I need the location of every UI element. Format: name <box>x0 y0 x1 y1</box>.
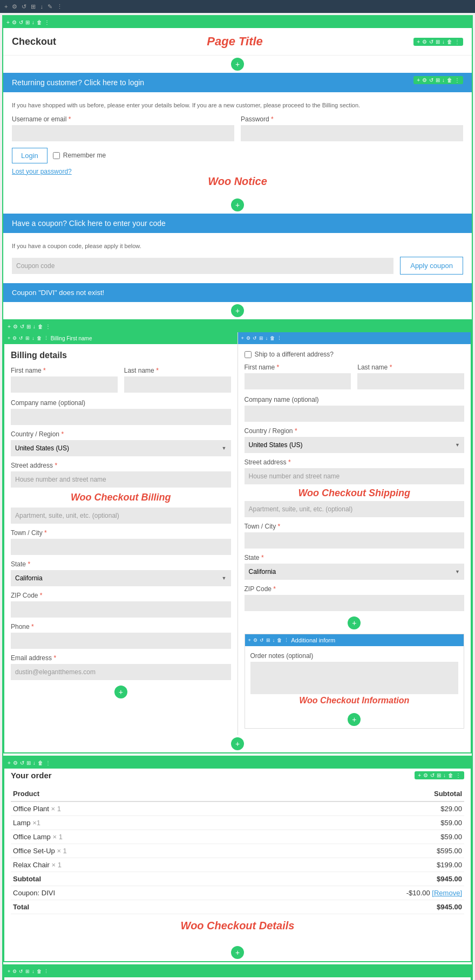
sct-gear[interactable]: ⚙ <box>246 335 250 341</box>
bct-plus[interactable]: + <box>8 335 10 341</box>
order-add-btn[interactable]: + <box>231 946 244 959</box>
rct-grid[interactable]: ⊞ <box>436 77 440 83</box>
st-down[interactable]: ↓ <box>32 19 35 25</box>
billing-firstname-input[interactable] <box>11 376 118 393</box>
ost-refresh[interactable]: ↺ <box>20 760 24 766</box>
pst-plus[interactable]: + <box>8 969 10 974</box>
pst-gear[interactable]: ⚙ <box>12 969 17 974</box>
toolbar-icon-edit[interactable]: ✎ <box>48 3 52 10</box>
st-plus[interactable]: + <box>6 19 10 25</box>
brt-down[interactable]: ↓ <box>33 324 36 330</box>
pst-down[interactable]: ↓ <box>32 969 35 974</box>
toolbar-icon-gear[interactable]: ⚙ <box>12 3 17 10</box>
shipping-street-input[interactable] <box>245 468 465 484</box>
rct-more[interactable]: ⋮ <box>454 77 460 83</box>
shipping-city-input[interactable] <box>245 532 465 549</box>
billing-phone-input[interactable] <box>11 633 231 649</box>
rct-gear[interactable]: ⚙ <box>422 77 427 83</box>
returning-customer-header[interactable]: Returning customer? Click here to login … <box>3 73 472 92</box>
pst-grid[interactable]: ⊞ <box>25 969 30 974</box>
st-gear[interactable]: ⚙ <box>12 19 17 25</box>
sct-down[interactable]: ↓ <box>266 335 268 341</box>
ait-gear[interactable]: ⚙ <box>253 638 257 643</box>
bct-gear[interactable]: ⚙ <box>12 335 17 341</box>
toolbar-icon-plus[interactable]: + <box>4 3 8 10</box>
ost-plus[interactable]: + <box>8 760 11 766</box>
billing-apt-input[interactable] <box>11 508 231 524</box>
shipping-lastname-input[interactable] <box>357 373 464 389</box>
omt-gear[interactable]: ⚙ <box>423 772 428 778</box>
shipping-apt-input[interactable] <box>245 501 465 517</box>
st-more[interactable]: ⋮ <box>44 19 50 25</box>
add-between-btn-2[interactable]: + <box>231 304 244 317</box>
sct-refresh[interactable]: ↺ <box>253 335 257 341</box>
login-button[interactable]: Login <box>12 148 48 163</box>
toolbar-icon-more[interactable]: ⋮ <box>57 3 63 10</box>
sct-grid[interactable]: ⊞ <box>259 335 263 341</box>
lost-password-link[interactable]: Lost your password? <box>12 168 463 175</box>
shipping-country-select[interactable]: United States (US) <box>245 437 465 453</box>
bct-grid[interactable]: ⊞ <box>25 335 30 341</box>
toolbar-icon-refresh[interactable]: ↺ <box>22 3 26 10</box>
coupon-input[interactable] <box>12 258 393 274</box>
st-grid[interactable]: ⊞ <box>25 19 30 25</box>
brt-trash[interactable]: 🗑 <box>38 324 43 330</box>
billing-row-bottom-add-btn[interactable]: + <box>231 737 244 750</box>
rct-down[interactable]: ↓ <box>442 77 445 83</box>
mt-refresh[interactable]: ↺ <box>429 39 433 45</box>
ost-grid[interactable]: ⊞ <box>26 760 31 766</box>
add-between-btn-1[interactable]: + <box>231 198 244 211</box>
st-refresh[interactable]: ↺ <box>19 19 23 25</box>
ship-different-checkbox[interactable] <box>245 351 252 358</box>
mt-trash[interactable]: 🗑 <box>447 39 452 45</box>
ait-grid[interactable]: ⊞ <box>266 638 270 643</box>
brt-grid[interactable]: ⊞ <box>26 324 31 330</box>
rct-trash[interactable]: 🗑 <box>447 77 452 83</box>
ait-refresh[interactable]: ↺ <box>260 638 264 643</box>
st-trash[interactable]: 🗑 <box>37 19 42 25</box>
mt-down[interactable]: ↓ <box>442 39 445 45</box>
mt-more[interactable]: ⋮ <box>454 39 460 45</box>
billing-country-select[interactable]: United States (US) <box>11 440 231 456</box>
ait-down[interactable]: ↓ <box>273 638 275 643</box>
billing-company-input[interactable] <box>11 409 231 425</box>
toolbar-icon-grid[interactable]: ⊞ <box>31 3 36 10</box>
shipping-zip-input[interactable] <box>245 595 465 611</box>
password-input[interactable] <box>241 125 463 141</box>
billing-state-select[interactable]: California <box>11 570 231 586</box>
bct-more[interactable]: ⋮ <box>44 335 49 341</box>
billing-zip-input[interactable] <box>11 601 231 618</box>
brt-gear[interactable]: ⚙ <box>13 324 18 330</box>
remember-me-checkbox[interactable] <box>53 152 60 159</box>
additional-info-add-btn[interactable]: + <box>348 713 361 726</box>
username-input[interactable] <box>12 125 234 141</box>
billing-street-input[interactable] <box>11 471 231 488</box>
ost-trash[interactable]: 🗑 <box>38 760 43 766</box>
order-notes-input[interactable] <box>250 662 459 694</box>
ost-gear[interactable]: ⚙ <box>13 760 18 766</box>
rct-plus[interactable]: + <box>417 77 420 83</box>
omt-refresh[interactable]: ↺ <box>430 772 435 778</box>
bct-trash[interactable]: 🗑 <box>37 335 42 341</box>
coupon-header[interactable]: Have a coupon? Click here to enter your … <box>3 214 472 233</box>
billing-add-btn[interactable]: + <box>114 686 127 698</box>
bct-refresh[interactable]: ↺ <box>19 335 23 341</box>
ost-down[interactable]: ↓ <box>33 760 36 766</box>
ait-plus[interactable]: + <box>248 638 251 643</box>
sct-more[interactable]: ⋮ <box>277 335 282 341</box>
toolbar-icon-down[interactable]: ↓ <box>40 3 43 10</box>
ost-more[interactable]: ⋮ <box>45 760 51 766</box>
shipping-add-btn[interactable]: + <box>348 616 361 629</box>
ait-more[interactable]: ⋮ <box>284 638 289 643</box>
mt-grid[interactable]: ⊞ <box>436 39 440 45</box>
brt-more[interactable]: ⋮ <box>45 324 51 330</box>
omt-trash[interactable]: 🗑 <box>448 772 453 778</box>
shipping-company-input[interactable] <box>245 406 465 422</box>
pst-refresh[interactable]: ↺ <box>19 969 23 974</box>
pst-trash[interactable]: 🗑 <box>37 969 42 974</box>
shipping-state-select[interactable]: California <box>245 564 465 580</box>
bct-down[interactable]: ↓ <box>32 335 35 341</box>
mt-gear[interactable]: ⚙ <box>422 39 427 45</box>
mt-plus[interactable]: + <box>417 39 420 45</box>
apply-coupon-button[interactable]: Apply coupon <box>400 257 463 275</box>
